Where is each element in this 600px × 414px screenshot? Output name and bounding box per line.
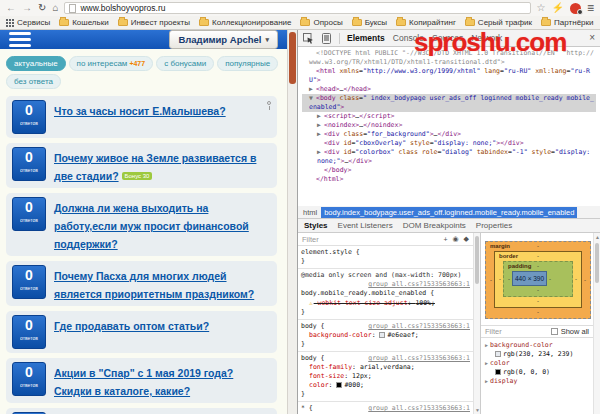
sidebar-tab-properties[interactable]: Properties bbox=[476, 221, 512, 230]
breadcrumb-html[interactable]: html bbox=[303, 208, 317, 217]
computed-scrollbar[interactable]: ▲ bbox=[593, 233, 600, 414]
inspect-element-icon[interactable] bbox=[303, 33, 314, 44]
devtools-tab-sources[interactable]: Sources bbox=[432, 33, 463, 43]
dom-node[interactable]: ▶<div id="colorbox" class role="dialog" … bbox=[302, 148, 596, 166]
question-link[interactable]: Почему Пасха для многих людей является п… bbox=[54, 270, 254, 300]
computed-property[interactable]: ▶colorrgb(0, 0, 0) bbox=[485, 359, 589, 377]
disclosure-arrow-icon[interactable]: ▶ bbox=[485, 378, 488, 384]
styles-filter-input[interactable]: Filter bbox=[302, 235, 319, 244]
question-link[interactable]: Акции в "Спар" с 1 мая 2019 года? Скидки… bbox=[54, 367, 233, 397]
question-row[interactable]: 0ответовПочему Пасха для многих людей яв… bbox=[6, 261, 277, 306]
dom-node[interactable]: <html xmlns="http://www.w3.org/1999/xhtm… bbox=[302, 67, 596, 85]
question-row[interactable]: 0ответовАкции в "Спар" с 1 мая 2019 года… bbox=[6, 358, 277, 403]
box-model-margin[interactable]: margin- - border- - padding- - 440 × 390 bbox=[485, 241, 591, 319]
color-swatch[interactable] bbox=[336, 382, 342, 388]
forward-icon[interactable]: → bbox=[22, 3, 32, 13]
breadcrumb-body-selected[interactable]: body.index_bodypage.user_ads_off.loginne… bbox=[321, 207, 577, 218]
computed-property[interactable]: ▶background-colorrgb(230, 234, 239) bbox=[485, 341, 589, 359]
bookmark-star-icon[interactable]: ☆ bbox=[537, 3, 546, 13]
disclosure-arrow-icon[interactable]: ▶ bbox=[317, 130, 324, 139]
question-link[interactable]: Почему живое на Земле развивается в две … bbox=[54, 152, 256, 182]
devtools-tab-console[interactable]: Console bbox=[393, 33, 424, 43]
bookmark-item[interactable]: Коллекционирование bbox=[199, 18, 291, 27]
bookmark-item[interactable]: Серый трафик bbox=[465, 18, 532, 27]
scroll-up-icon[interactable]: ▲ bbox=[594, 234, 600, 240]
reload-icon[interactable]: ↻ bbox=[38, 3, 46, 13]
padding-top-value[interactable]: - bbox=[537, 263, 539, 269]
css-rule[interactable]: body {group_all.css?1533563663:1backgrou… bbox=[298, 320, 473, 352]
scrollbar-thumb[interactable] bbox=[595, 243, 599, 283]
scrollbar-thumb[interactable] bbox=[475, 236, 479, 284]
margin-bottom-value[interactable]: - bbox=[537, 309, 539, 315]
margin-top-value[interactable]: - bbox=[537, 243, 539, 249]
site-menu-icon[interactable] bbox=[9, 32, 31, 47]
css-rule[interactable]: element.style {} bbox=[298, 246, 473, 269]
border-top-value[interactable]: - bbox=[537, 253, 539, 259]
stylesheet-link[interactable]: group_all.css?1533563663:1 bbox=[368, 322, 470, 331]
disclosure-arrow-icon[interactable]: ▶ bbox=[317, 112, 324, 121]
computed-property[interactable]: ▶display bbox=[485, 377, 589, 386]
show-all-checkbox[interactable] bbox=[551, 328, 558, 335]
border-bottom-value[interactable]: - bbox=[537, 298, 539, 304]
address-bar[interactable]: www.bolshoyvopros.ru bbox=[64, 2, 530, 14]
bookmark-item[interactable]: Копирайтинг bbox=[396, 18, 456, 27]
site-tab-2[interactable]: с бонусами bbox=[156, 56, 214, 71]
disclosure-arrow-icon[interactable]: ▶ bbox=[317, 148, 324, 157]
box-model-padding[interactable]: padding- - 440 × 390 - - bbox=[503, 261, 573, 297]
pin-icon[interactable]: ◆ bbox=[464, 235, 469, 243]
css-selector[interactable]: * { bbox=[301, 404, 313, 413]
border-right-value[interactable]: - bbox=[575, 276, 577, 282]
computed-filter-input[interactable]: Filter bbox=[485, 327, 548, 336]
devtools-tab-network[interactable]: Network bbox=[471, 33, 502, 43]
dom-node[interactable]: ▶<noindex>…</noindex> bbox=[302, 121, 596, 130]
question-row[interactable]: 0ответовПочему живое на Земле развиваетс… bbox=[6, 143, 277, 188]
css-property[interactable]: font-size: 12px; bbox=[301, 372, 470, 381]
disclosure-arrow-icon[interactable]: ▼ bbox=[309, 94, 316, 103]
stylesheet-link[interactable]: group_all.css?1533563663:1 bbox=[368, 404, 470, 413]
dom-node[interactable]: <div id="cboxOverlay" style="display: no… bbox=[302, 139, 596, 148]
new-style-rule-icon[interactable]: + bbox=[443, 236, 447, 243]
bookmark-item[interactable]: Опросы bbox=[300, 18, 342, 27]
css-rule[interactable]: body {group_all.css?1533563663:1font-fam… bbox=[298, 352, 473, 402]
question-row[interactable]: 0ответовДолжна ли жена выходить на работ… bbox=[6, 193, 277, 256]
css-property[interactable]: font-family: arial,verdana; bbox=[301, 363, 470, 372]
color-swatch[interactable] bbox=[379, 332, 385, 338]
dom-node[interactable]: <!DOCTYPE html PUBLIC "-//W3C//DTD XHTML… bbox=[302, 49, 596, 67]
scrollbar-thumb[interactable] bbox=[289, 32, 296, 84]
dom-node[interactable]: ▶<div class="for_background">…</div> bbox=[302, 130, 596, 139]
stylesheet-link[interactable]: group_all.css?1533563663:1 bbox=[368, 280, 470, 289]
disclosure-arrow-icon[interactable]: ▶ bbox=[317, 121, 324, 130]
page-scrollbar[interactable] bbox=[287, 30, 297, 414]
margin-right-value[interactable]: - bbox=[584, 277, 586, 283]
css-property[interactable]: color: #000; bbox=[301, 381, 470, 390]
home-icon[interactable]: ⌂ bbox=[52, 3, 58, 13]
dom-node[interactable]: ▶<head>…</head> bbox=[302, 85, 596, 94]
devtools-close-icon[interactable]: × bbox=[589, 33, 595, 43]
user-menu-button[interactable]: Владимир Apchel ▾ bbox=[169, 30, 278, 49]
sidebar-tab-dom-breakpoints[interactable]: DOM Breakpoints bbox=[403, 221, 466, 230]
css-rule[interactable]: @media only screen and (max-width: 700px… bbox=[298, 269, 473, 320]
css-rule[interactable]: * {group_all.css?1533563663:1} bbox=[298, 402, 473, 414]
dom-node[interactable]: </html> bbox=[302, 175, 596, 184]
browser-menu-icon[interactable]: ≡ bbox=[587, 3, 594, 13]
styles-scrollbar[interactable]: ▼ bbox=[473, 233, 480, 414]
sidebar-tab-event-listeners[interactable]: Event Listeners bbox=[338, 221, 393, 230]
padding-bottom-value[interactable]: - bbox=[537, 287, 539, 293]
toggle-element-state-icon[interactable]: ◉ bbox=[453, 235, 459, 243]
devtools-tab-elements[interactable]: Elements bbox=[347, 33, 385, 43]
question-link[interactable]: Где продавать оптом статьи? bbox=[54, 320, 209, 332]
dom-node[interactable]: </body> bbox=[302, 166, 596, 175]
bookmark-item[interactable]: Партнёрки bbox=[541, 18, 593, 27]
device-toolbar-icon[interactable] bbox=[321, 33, 332, 44]
scroll-down-icon[interactable]: ▼ bbox=[474, 407, 481, 413]
sidebar-tab-styles[interactable]: Styles bbox=[304, 221, 328, 230]
question-row[interactable]: 0ответовГде продавать оптом статьи? bbox=[6, 311, 277, 353]
bookmark-item[interactable]: Кошельки bbox=[59, 18, 109, 27]
site-tab-1[interactable]: по интересам+477 bbox=[69, 56, 154, 71]
css-selector[interactable]: body.mobile_ready.mobile_enabled { bbox=[301, 289, 434, 298]
stylesheet-link[interactable]: group_all.css?1533563663:1 bbox=[368, 354, 470, 363]
back-icon[interactable]: ← bbox=[6, 3, 16, 13]
border-left-value[interactable]: - bbox=[499, 276, 501, 282]
padding-right-value[interactable]: - bbox=[549, 276, 551, 282]
site-tab-3[interactable]: популярные bbox=[217, 56, 278, 71]
